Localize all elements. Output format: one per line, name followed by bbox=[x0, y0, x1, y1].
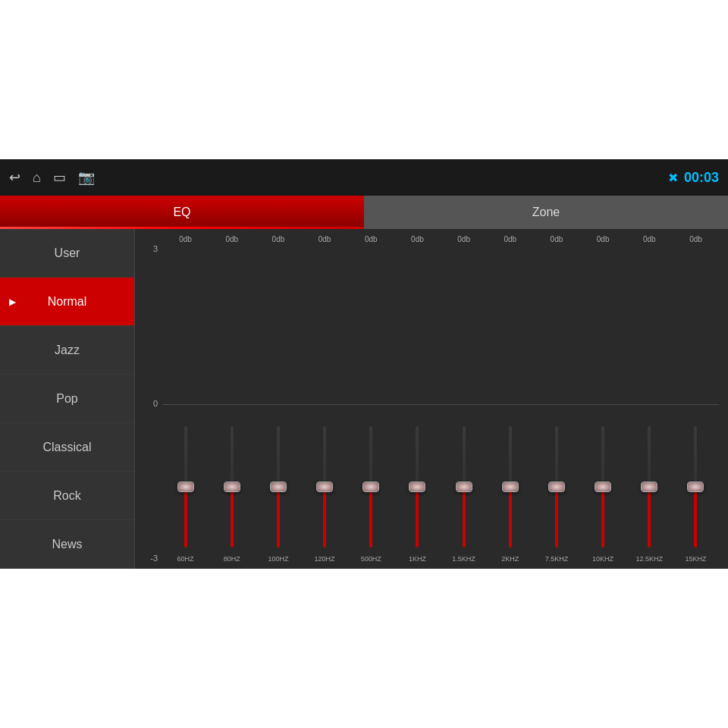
slider-col-5[interactable]: 1KHZ bbox=[394, 245, 441, 563]
slider-fill-1 bbox=[231, 487, 234, 548]
slider-track-2 bbox=[277, 426, 280, 548]
slider-thumb-1[interactable] bbox=[224, 482, 240, 492]
slider-track-6 bbox=[463, 426, 466, 548]
freq-label-9: 10KHZ bbox=[592, 555, 613, 563]
slider-col-6[interactable]: 1.5KHZ bbox=[441, 245, 487, 563]
eq-sliders: 60HZ80HZ100HZ120HZ500HZ1KHZ1.5KHZ2KHZ7.5… bbox=[162, 245, 719, 563]
slider-col-10[interactable]: 12.5KHZ bbox=[626, 245, 673, 563]
band-6-db: 0db bbox=[441, 235, 487, 243]
freq-label-3: 120HZ bbox=[315, 555, 335, 563]
top-bar: ↩ ⌂ ▭ 📷 ✖ 00:03 bbox=[0, 159, 728, 196]
slider-col-2[interactable]: 100HZ bbox=[255, 245, 301, 563]
slider-track-8 bbox=[555, 426, 558, 548]
image-icon[interactable]: 📷 bbox=[78, 169, 95, 186]
slider-track-9 bbox=[601, 426, 604, 548]
eq-area: 0db 0db 0db 0db 0db 0db 0db 0db 0db 0db … bbox=[135, 229, 728, 569]
band-10-db: 0db bbox=[626, 235, 673, 243]
sidebar-item-user[interactable]: User bbox=[0, 229, 134, 278]
slider-track-5 bbox=[416, 426, 419, 548]
band-3-db: 0db bbox=[302, 235, 348, 243]
slider-thumb-6[interactable] bbox=[456, 482, 472, 492]
scale-neg3: -3 bbox=[150, 554, 158, 563]
slider-track-1 bbox=[231, 426, 234, 548]
slider-thumb-3[interactable] bbox=[316, 482, 333, 492]
slider-fill-0 bbox=[184, 487, 187, 548]
slider-thumb-4[interactable] bbox=[362, 482, 379, 492]
slider-fill-8 bbox=[555, 487, 558, 548]
slider-fill-3 bbox=[323, 487, 326, 548]
slider-fill-6 bbox=[463, 487, 466, 548]
band-9-db: 0db bbox=[580, 235, 626, 243]
slider-col-9[interactable]: 10KHZ bbox=[580, 245, 626, 563]
main-content: User ▶ Normal Jazz Pop Classical Rock Ne… bbox=[0, 229, 728, 569]
freq-label-0: 60HZ bbox=[177, 555, 194, 563]
slider-thumb-10[interactable] bbox=[641, 482, 657, 492]
slider-track-0 bbox=[184, 426, 187, 548]
slider-col-7[interactable]: 2KHZ bbox=[487, 245, 533, 563]
slider-fill-9 bbox=[601, 487, 604, 548]
home-icon[interactable]: ⌂ bbox=[33, 170, 41, 186]
back-icon[interactable]: ↩ bbox=[9, 169, 20, 186]
slider-col-1[interactable]: 80HZ bbox=[209, 245, 255, 563]
slider-fill-4 bbox=[369, 487, 372, 548]
slider-thumb-2[interactable] bbox=[270, 482, 287, 492]
slider-col-0[interactable]: 60HZ bbox=[162, 245, 209, 563]
slider-track-11 bbox=[694, 426, 697, 548]
slider-thumb-7[interactable] bbox=[502, 482, 519, 492]
band-1-db: 0db bbox=[209, 235, 255, 243]
eq-db-labels: 0db 0db 0db 0db 0db 0db 0db 0db 0db 0db … bbox=[162, 235, 719, 243]
slider-fill-7 bbox=[509, 487, 512, 548]
sidebar: User ▶ Normal Jazz Pop Classical Rock Ne… bbox=[0, 229, 135, 569]
scale-3: 3 bbox=[153, 245, 158, 253]
slider-col-3[interactable]: 120HZ bbox=[302, 245, 348, 563]
freq-label-6: 1.5KHZ bbox=[452, 555, 475, 563]
freq-label-11: 15KHZ bbox=[685, 555, 706, 563]
band-4-db: 0db bbox=[348, 235, 394, 243]
sidebar-item-normal[interactable]: ▶ Normal bbox=[0, 278, 134, 326]
band-2-db: 0db bbox=[255, 235, 301, 243]
tab-zone[interactable]: Zone bbox=[364, 196, 728, 229]
scale-0: 0 bbox=[153, 400, 158, 408]
slider-track-7 bbox=[509, 426, 512, 548]
band-8-db: 0db bbox=[533, 235, 579, 243]
slider-col-4[interactable]: 500HZ bbox=[348, 245, 394, 563]
window-icon[interactable]: ▭ bbox=[53, 169, 66, 186]
band-0-db: 0db bbox=[162, 235, 209, 243]
freq-label-10: 12.5KHZ bbox=[636, 555, 664, 563]
slider-fill-5 bbox=[416, 487, 419, 548]
sidebar-item-rock[interactable]: Rock bbox=[0, 472, 134, 520]
slider-col-11[interactable]: 15KHZ bbox=[673, 245, 719, 563]
tab-bar: EQ Zone bbox=[0, 196, 728, 229]
slider-fill-10 bbox=[648, 487, 651, 548]
sidebar-item-classical[interactable]: Classical bbox=[0, 423, 134, 472]
bluetooth-icon: ✖ bbox=[668, 171, 678, 185]
freq-label-5: 1KHZ bbox=[409, 555, 426, 563]
slider-thumb-5[interactable] bbox=[409, 482, 425, 492]
sidebar-item-jazz[interactable]: Jazz bbox=[0, 326, 134, 375]
sidebar-item-pop[interactable]: Pop bbox=[0, 375, 134, 423]
slider-col-8[interactable]: 7.5KHZ bbox=[533, 245, 579, 563]
device-screen: ↩ ⌂ ▭ 📷 ✖ 00:03 EQ Zone User ▶ Normal bbox=[0, 159, 728, 569]
slider-track-3 bbox=[323, 426, 326, 548]
time-display: 00:03 bbox=[684, 170, 719, 186]
band-7-db: 0db bbox=[487, 235, 533, 243]
band-11-db: 0db bbox=[673, 235, 719, 243]
slider-track-4 bbox=[369, 426, 372, 548]
slider-fill-2 bbox=[277, 487, 280, 548]
slider-track-10 bbox=[648, 426, 651, 548]
freq-label-2: 100HZ bbox=[268, 555, 288, 563]
eq-scale: 3 0 -3 bbox=[141, 245, 162, 563]
band-5-db: 0db bbox=[394, 235, 441, 243]
tab-eq[interactable]: EQ bbox=[0, 196, 364, 229]
slider-thumb-11[interactable] bbox=[687, 482, 704, 492]
freq-label-7: 2KHZ bbox=[501, 555, 519, 563]
sidebar-item-news[interactable]: News bbox=[0, 520, 134, 569]
freq-label-8: 7.5KHZ bbox=[545, 555, 569, 563]
slider-thumb-0[interactable] bbox=[177, 482, 194, 492]
slider-fill-11 bbox=[694, 487, 697, 548]
play-icon: ▶ bbox=[9, 297, 16, 307]
freq-label-4: 500HZ bbox=[361, 555, 381, 563]
freq-label-1: 80HZ bbox=[224, 555, 240, 563]
slider-thumb-9[interactable] bbox=[595, 482, 611, 492]
slider-thumb-8[interactable] bbox=[548, 482, 565, 492]
